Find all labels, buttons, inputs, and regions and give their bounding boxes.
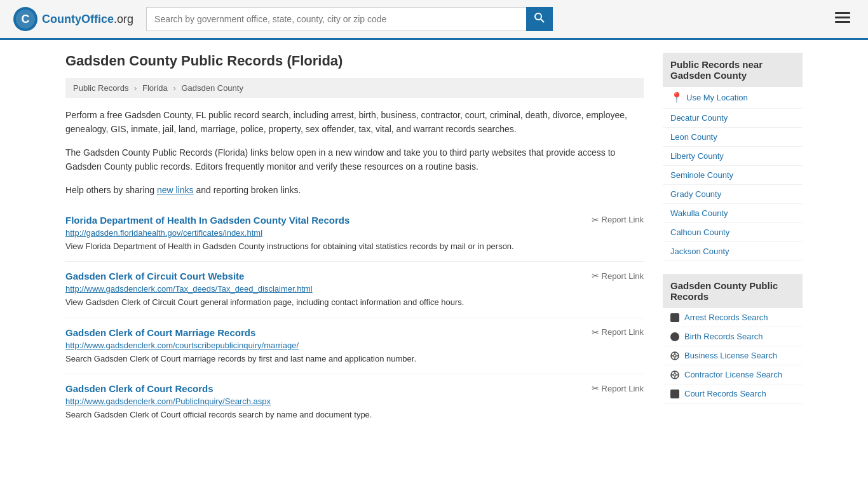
record-title-1[interactable]: Gadsden Clerk of Circuit Court Website — [65, 271, 244, 281]
svg-point-9 — [674, 355, 676, 357]
record-desc-1: View Gadsden Clerk of Circuit Court gene… — [65, 296, 644, 309]
breadcrumb-florida[interactable]: Florida — [142, 83, 168, 93]
report-link-1[interactable]: ✂ Report Link — [592, 271, 644, 281]
nearby-title: Public Records near Gadsden County — [663, 53, 803, 87]
search-button[interactable] — [526, 7, 553, 31]
record-desc-3: Search Gadsden Clerk of Court official r… — [65, 409, 644, 421]
record-entry-3: Gadsden Clerk of Court Records ✂ Report … — [65, 374, 644, 430]
records-list: Florida Department of Health In Gadsden … — [65, 206, 644, 430]
menu-button[interactable] — [830, 8, 855, 30]
report-link-3[interactable]: ✂ Report Link — [592, 383, 644, 393]
sidebar-county-4[interactable]: Grady County — [663, 185, 803, 204]
record-header-2: Gadsden Clerk of Court Marriage Records … — [65, 327, 644, 338]
header: C CountyOffice.org — [0, 0, 868, 40]
pr-link-court[interactable]: Court Records Search — [663, 384, 803, 403]
business-icon — [670, 351, 679, 360]
public-records-title: Gadsden County Public Records — [663, 274, 803, 308]
report-icon-3: ✂ — [592, 383, 599, 393]
use-location-link[interactable]: 📍 Use My Location — [663, 87, 803, 109]
record-entry-1: Gadsden Clerk of Circuit Court Website ✂… — [65, 261, 644, 318]
svg-rect-5 — [835, 12, 850, 14]
description-3: Help others by sharing new links and rep… — [65, 183, 644, 197]
sidebar-county-leon[interactable]: Leon County — [663, 128, 803, 147]
svg-point-3 — [535, 13, 541, 20]
record-entry-2: Gadsden Clerk of Court Marriage Records … — [65, 318, 644, 374]
report-label-1: Report Link — [602, 271, 644, 281]
location-icon: 📍 — [670, 92, 683, 104]
logo[interactable]: C CountyOffice.org — [13, 6, 133, 32]
description-2: The Gadsden County Public Records (Flori… — [65, 146, 644, 174]
search-input[interactable] — [146, 7, 526, 31]
logo-text: CountyOffice.org — [42, 13, 133, 26]
breadcrumb-sep-2: › — [173, 83, 175, 93]
report-icon-2: ✂ — [592, 327, 599, 337]
sidebar-county-2[interactable]: Liberty County — [663, 147, 803, 166]
logo-icon: C — [13, 6, 38, 32]
breadcrumb-public-records[interactable]: Public Records — [73, 83, 128, 93]
breadcrumb: Public Records › Florida › Gadsden Count… — [65, 78, 644, 98]
record-title-0[interactable]: Florida Department of Health In Gadsden … — [65, 215, 349, 226]
sidebar-county-0[interactable]: Decatur County — [663, 109, 803, 128]
record-desc-2: Search Gadsden Clerk of Court marriage r… — [65, 353, 644, 365]
desc-3-after: and reporting broken links. — [194, 185, 301, 195]
court-icon — [670, 390, 679, 398]
desc-3-before: Help others by sharing — [65, 185, 157, 195]
report-link-2[interactable]: ✂ Report Link — [592, 327, 644, 337]
pr-label-4: Court Records Search — [684, 389, 766, 398]
page-title: Gadsden County Public Records (Florida) — [65, 53, 644, 69]
record-header-1: Gadsden Clerk of Circuit Court Website ✂… — [65, 271, 644, 281]
report-label-2: Report Link — [602, 327, 644, 337]
sidebar-county-jackson[interactable]: Jackson County — [663, 242, 803, 261]
pr-label-1: Birth Records Search — [684, 332, 763, 341]
birth-icon — [670, 332, 679, 341]
record-url-3[interactable]: http://www.gadsdenclerk.com/PublicInquir… — [65, 396, 644, 406]
report-icon-0: ✂ — [592, 215, 599, 225]
pr-link-contractor[interactable]: Contractor License Search — [663, 365, 803, 384]
description-1: Perform a free Gadsden County, FL public… — [65, 108, 644, 137]
report-link-0[interactable]: ✂ Report Link — [592, 215, 644, 225]
pr-label-3: Contractor License Search — [684, 370, 782, 379]
pr-label-0: Arrest Records Search — [684, 313, 768, 322]
nearby-section: Public Records near Gadsden County 📍 Use… — [663, 53, 803, 261]
record-title-3[interactable]: Gadsden Clerk of Court Records — [65, 383, 214, 394]
arrest-icon — [670, 313, 679, 322]
breadcrumb-sep-1: › — [134, 83, 137, 93]
record-header-3: Gadsden Clerk of Court Records ✂ Report … — [65, 383, 644, 394]
record-url-2[interactable]: http://www.gadsdenclerk.com/courtscribep… — [65, 341, 644, 350]
use-location-label: Use My Location — [686, 93, 748, 102]
pr-link-arrest[interactable]: Arrest Records Search — [663, 308, 803, 327]
main-container: Gadsden County Public Records (Florida) … — [53, 40, 815, 443]
svg-rect-7 — [835, 21, 850, 23]
record-entry-0: Florida Department of Health In Gadsden … — [65, 206, 644, 262]
record-desc-0: View Florida Department of Health in Gad… — [65, 240, 644, 253]
sidebar-county-6[interactable]: Calhoun County — [663, 223, 803, 242]
svg-rect-6 — [835, 17, 850, 18]
svg-point-15 — [674, 374, 676, 376]
content-area: Gadsden County Public Records (Florida) … — [65, 53, 644, 430]
record-header-0: Florida Department of Health In Gadsden … — [65, 215, 644, 226]
contractor-icon — [670, 370, 679, 379]
new-links-link[interactable]: new links — [157, 185, 194, 195]
record-url-1[interactable]: http://www.gadsdenclerk.com/Tax_deeds/Ta… — [65, 284, 644, 294]
public-records-section: Gadsden County Public Records Arrest Rec… — [663, 274, 803, 403]
record-url-0[interactable]: http://gadsden.floridahealth.gov/certifi… — [65, 228, 644, 238]
search-area — [146, 7, 553, 31]
breadcrumb-current: Gadsden County — [181, 83, 243, 93]
sidebar: Public Records near Gadsden County 📍 Use… — [663, 53, 803, 430]
pr-link-business[interactable]: Business License Search — [663, 346, 803, 365]
sidebar-county-5[interactable]: Wakulla County — [663, 204, 803, 223]
record-title-2[interactable]: Gadsden Clerk of Court Marriage Records — [65, 327, 255, 338]
pr-label-2: Business License Search — [684, 351, 777, 360]
svg-line-4 — [541, 19, 544, 22]
svg-text:C: C — [22, 13, 30, 25]
report-label-0: Report Link — [602, 215, 644, 224]
pr-link-birth[interactable]: Birth Records Search — [663, 327, 803, 346]
report-icon-1: ✂ — [592, 271, 599, 281]
sidebar-county-3[interactable]: Seminole County — [663, 166, 803, 185]
report-label-3: Report Link — [602, 384, 644, 393]
